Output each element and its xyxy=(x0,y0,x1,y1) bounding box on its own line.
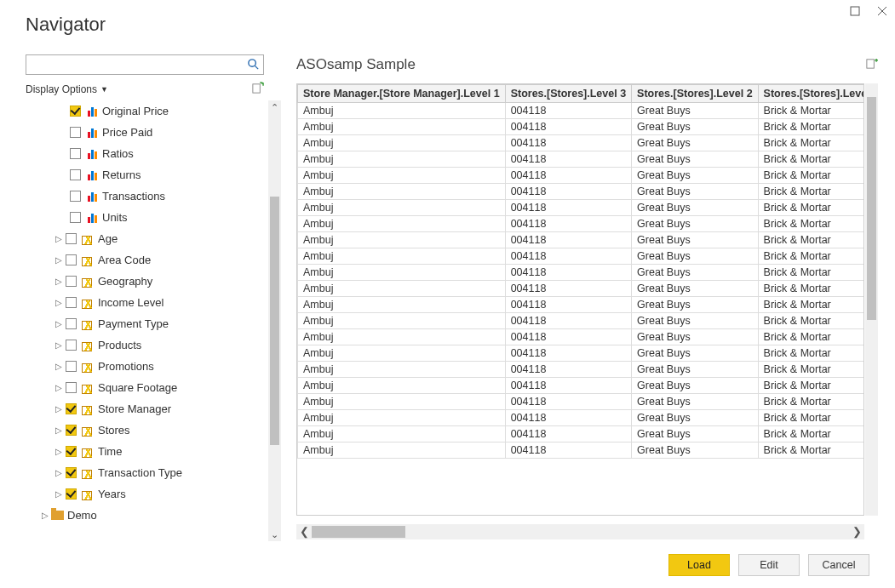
expand-icon[interactable]: ▷ xyxy=(54,255,64,265)
table-row[interactable]: Ambuj004118Great BuysBrick & Mortar xyxy=(298,345,865,362)
checkbox[interactable] xyxy=(66,467,77,478)
expand-icon[interactable]: ▷ xyxy=(54,234,64,243)
tree-item-dimension[interactable]: ▷Income Level xyxy=(21,292,267,313)
expand-icon[interactable]: ▷ xyxy=(54,362,64,371)
checkbox[interactable] xyxy=(66,361,77,372)
tree-item-dimension[interactable]: ▷Stores xyxy=(21,420,267,441)
expand-icon[interactable]: ▷ xyxy=(54,340,64,350)
column-header[interactable]: Store Manager.[Store Manager].Level 1 xyxy=(298,85,506,103)
checkbox[interactable] xyxy=(66,276,77,287)
table-row[interactable]: Ambuj004118Great BuysBrick & Mortar xyxy=(298,297,865,313)
tree-item-dimension[interactable]: ▷Geography xyxy=(21,271,267,292)
tree-item-dimension[interactable]: ▷Transaction Type xyxy=(21,462,267,483)
table-row[interactable]: Ambuj004118Great BuysBrick & Mortar xyxy=(298,410,865,426)
scroll-right-icon[interactable]: ❯ xyxy=(849,524,864,539)
tree-item-dimension[interactable]: ▷Years xyxy=(21,483,267,505)
tree-item-dimension[interactable]: ▷Area Code xyxy=(21,249,267,271)
maximize-button[interactable] xyxy=(849,5,861,17)
checkbox[interactable] xyxy=(70,212,81,223)
tree-item-dimension[interactable]: ▷Square Footage xyxy=(21,377,267,398)
checkbox[interactable] xyxy=(70,127,81,138)
table-row[interactable]: Ambuj004118Great BuysBrick & Mortar xyxy=(298,442,865,459)
tree-item-dimension[interactable]: ▷Promotions xyxy=(21,356,267,377)
table-row[interactable]: Ambuj004118Great BuysBrick & Mortar xyxy=(298,329,865,345)
checkbox[interactable] xyxy=(66,297,77,308)
tree-item-measure[interactable]: Transactions xyxy=(21,186,267,207)
load-button[interactable]: Load xyxy=(668,554,730,576)
table-row[interactable]: Ambuj004118Great BuysBrick & Mortar xyxy=(298,362,865,378)
tree-item-dimension[interactable]: ▷Time xyxy=(21,441,267,462)
refresh-icon[interactable] xyxy=(251,82,264,97)
expand-icon[interactable]: ▷ xyxy=(54,425,64,435)
edit-button[interactable]: Edit xyxy=(738,554,800,576)
tree-item-measure[interactable]: Ratios xyxy=(21,143,267,164)
table-row[interactable]: Ambuj004118Great BuysBrick & Mortar xyxy=(298,200,865,216)
search-field[interactable] xyxy=(26,55,263,74)
table-vscroll-thumb[interactable] xyxy=(867,97,876,320)
table-row[interactable]: Ambuj004118Great BuysBrick & Mortar xyxy=(298,394,865,410)
column-header[interactable]: Stores.[Stores].Level 2 xyxy=(632,85,758,103)
scroll-up-icon[interactable] xyxy=(865,83,878,97)
table-row[interactable]: Ambuj004118Great BuysBrick & Mortar xyxy=(298,184,865,200)
scroll-down-icon[interactable]: ⌄ xyxy=(268,528,281,541)
expand-icon[interactable]: ▷ xyxy=(54,319,64,328)
table-vscrollbar[interactable] xyxy=(865,83,878,516)
checkbox[interactable] xyxy=(66,233,77,244)
checkbox[interactable] xyxy=(66,318,77,329)
tree-scroll-thumb[interactable] xyxy=(270,197,279,445)
tree-item-measure[interactable]: Price Paid xyxy=(21,122,267,143)
expand-icon[interactable]: ▷ xyxy=(54,277,64,286)
tree-scrollbar[interactable]: ⌃ ⌄ xyxy=(268,100,281,541)
table-hscroll-thumb[interactable] xyxy=(312,526,405,538)
checkbox[interactable] xyxy=(66,340,77,351)
table-row[interactable]: Ambuj004118Great BuysBrick & Mortar xyxy=(298,281,865,297)
expand-icon[interactable]: ▷ xyxy=(54,404,64,414)
cancel-button[interactable]: Cancel xyxy=(808,554,869,576)
table-row[interactable]: Ambuj004118Great BuysBrick & Mortar xyxy=(298,151,865,168)
expand-icon[interactable]: ▷ xyxy=(54,468,64,477)
checkbox[interactable] xyxy=(70,191,81,202)
expand-icon[interactable]: ▷ xyxy=(40,511,50,520)
checkbox[interactable] xyxy=(66,382,77,393)
tree-item-dimension[interactable]: ▷Products xyxy=(21,334,267,356)
checkbox[interactable] xyxy=(66,403,77,414)
checkbox[interactable] xyxy=(70,106,81,117)
column-header[interactable]: Stores.[Stores].Level 1 xyxy=(758,85,864,103)
table-row[interactable]: Ambuj004118Great BuysBrick & Mortar xyxy=(298,216,865,232)
scroll-left-icon[interactable]: ❮ xyxy=(296,524,312,539)
display-options-dropdown[interactable]: Display Options ▼ xyxy=(26,83,108,95)
table-row[interactable]: Ambuj004118Great BuysBrick & Mortar xyxy=(298,378,865,394)
table-row[interactable]: Ambuj004118Great BuysBrick & Mortar xyxy=(298,168,865,184)
checkbox[interactable] xyxy=(66,446,77,457)
tree-item-measure[interactable]: Units xyxy=(21,207,267,228)
column-header[interactable]: Stores.[Stores].Level 3 xyxy=(505,85,631,103)
table-row[interactable]: Ambuj004118Great BuysBrick & Mortar xyxy=(298,119,865,135)
tree-item-folder[interactable]: ▷Demo xyxy=(21,505,267,526)
table-hscrollbar[interactable]: ❮ ❯ xyxy=(296,524,864,539)
checkbox[interactable] xyxy=(66,254,77,265)
add-items-icon[interactable] xyxy=(865,57,878,72)
table-row[interactable]: Ambuj004118Great BuysBrick & Mortar xyxy=(298,265,865,281)
checkbox[interactable] xyxy=(66,425,77,436)
search-input[interactable] xyxy=(26,54,264,75)
tree-item-dimension[interactable]: ▷Payment Type xyxy=(21,313,267,334)
checkbox[interactable] xyxy=(70,169,81,180)
expand-icon[interactable]: ▷ xyxy=(54,298,64,307)
table-row[interactable]: Ambuj004118Great BuysBrick & Mortar xyxy=(298,103,865,119)
expand-icon[interactable]: ▷ xyxy=(54,489,64,499)
tree-item-measure[interactable]: Original Price xyxy=(21,100,267,122)
table-row[interactable]: Ambuj004118Great BuysBrick & Mortar xyxy=(298,135,865,151)
table-row[interactable]: Ambuj004118Great BuysBrick & Mortar xyxy=(298,232,865,248)
table-row[interactable]: Ambuj004118Great BuysBrick & Mortar xyxy=(298,248,865,265)
table-row[interactable]: Ambuj004118Great BuysBrick & Mortar xyxy=(298,313,865,329)
checkbox[interactable] xyxy=(70,148,81,159)
tree-item-dimension[interactable]: ▷Store Manager xyxy=(21,398,267,420)
expand-icon[interactable]: ▷ xyxy=(54,383,64,392)
close-button[interactable] xyxy=(876,5,888,17)
checkbox[interactable] xyxy=(66,488,77,500)
table-row[interactable]: Ambuj004118Great BuysBrick & Mortar xyxy=(298,426,865,442)
tree-item-dimension[interactable]: ▷Age xyxy=(21,228,267,249)
scroll-up-icon[interactable]: ⌃ xyxy=(268,100,281,114)
expand-icon[interactable]: ▷ xyxy=(54,447,64,456)
tree-item-measure[interactable]: Returns xyxy=(21,164,267,186)
